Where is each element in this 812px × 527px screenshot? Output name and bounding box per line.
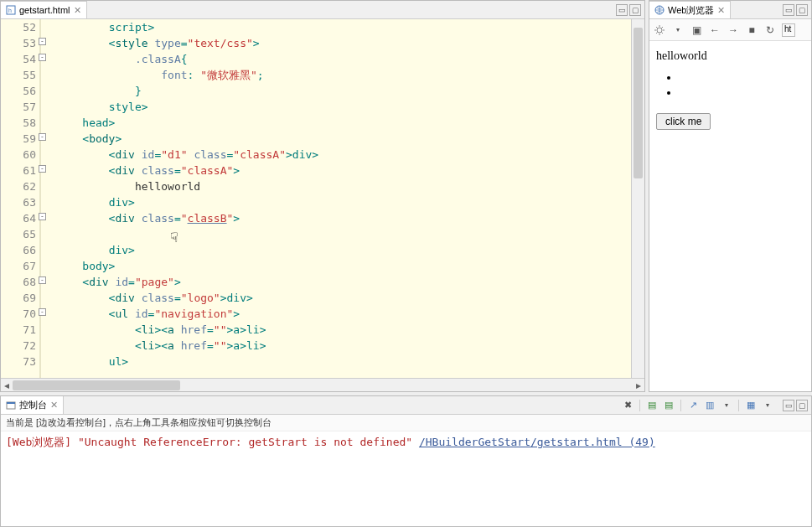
stop-icon[interactable]: ■ [745, 23, 758, 37]
minimize-icon[interactable]: ▭ [616, 4, 628, 16]
maximize-icon[interactable]: ▢ [796, 400, 808, 411]
horizontal-scrollbar[interactable]: ◂ ▸ [1, 378, 644, 391]
console-tab-bar: 控制台 ✕ ✖ ▤ ▤ ↗ ▥ ▾ ▦ ▾ ▭ ▢ [1, 396, 811, 415]
scroll-left-icon[interactable]: ◂ [1, 380, 13, 391]
maximize-icon[interactable]: ▢ [796, 4, 808, 16]
line-number: 60 [1, 147, 36, 163]
line-number: 70- [1, 306, 36, 322]
code-line[interactable]: <li><a href="">a>li> [56, 322, 631, 338]
svg-line-9 [662, 32, 664, 34]
filter-icon[interactable]: ▥ [703, 399, 716, 412]
console-hint: 当前是 [边改边看控制台]，点右上角工具条相应按钮可切换控制台 [1, 415, 811, 431]
close-icon[interactable]: ✕ [74, 5, 81, 16]
close-icon[interactable]: ✕ [50, 400, 58, 411]
console-toolbar: ✖ ▤ ▤ ↗ ▥ ▾ ▦ ▾ ▭ ▢ [621, 396, 811, 414]
code-line[interactable]: <div id="d1" class="classA">div> [56, 147, 631, 163]
click-me-button[interactable]: click me [656, 113, 711, 130]
tool-icon-3[interactable]: ▦ [744, 399, 758, 412]
code-line[interactable]: <div class="classB"> [56, 210, 631, 226]
code-line[interactable]: div> [56, 194, 631, 210]
new-window-icon[interactable]: ▣ [690, 23, 703, 37]
code-line[interactable]: body> [56, 258, 631, 274]
editor-pane: h getstart.html ✕ ▭ ▢ 5253-54-5556575859… [0, 0, 645, 392]
maximize-icon[interactable]: ▢ [629, 4, 641, 16]
browser-toolbar: ▾ ▣ ← → ■ ↻ ht [649, 19, 811, 41]
code-line[interactable]: script> [56, 19, 631, 35]
line-number: 58 [1, 115, 36, 131]
line-number: 53- [1, 35, 36, 51]
code-line[interactable]: font: "微软雅黑"; [56, 67, 631, 83]
code-line[interactable]: <div id="page"> [56, 274, 631, 290]
line-number: 62 [1, 178, 36, 194]
dropdown-icon[interactable]: ▾ [671, 23, 685, 37]
page-list [680, 71, 804, 101]
code-line[interactable]: } [56, 83, 631, 99]
console-tab[interactable]: 控制台 ✕ [1, 396, 64, 414]
svg-rect-13 [7, 402, 15, 404]
vertical-scrollbar[interactable] [631, 19, 644, 378]
html-file-icon: h [6, 5, 16, 15]
dropdown-icon[interactable]: ▾ [720, 399, 733, 412]
console-tab-label: 控制台 [19, 399, 47, 411]
console-body[interactable]: [Web浏览器] "Uncaught ReferenceError: getSt… [1, 431, 811, 526]
editor-body[interactable]: 5253-54-5556575859-6061-626364-65666768-… [1, 19, 644, 378]
list-item [680, 86, 804, 101]
scroll-right-icon[interactable]: ▸ [633, 380, 644, 391]
line-number: 68- [1, 274, 36, 290]
close-icon[interactable]: ✕ [717, 5, 725, 16]
editor-tab-label: getstart.html [19, 5, 70, 15]
browser-tab-label: Web浏览器 [668, 4, 714, 17]
line-number: 52 [1, 19, 36, 35]
line-number: 63 [1, 194, 36, 210]
code-line[interactable]: style> [56, 99, 631, 115]
code-line[interactable]: <ul id="navigation"> [56, 306, 631, 322]
console-link[interactable]: /HBuilderGetStart/getstart.html (49) [419, 436, 655, 448]
browser-tab[interactable]: Web浏览器 ✕ [649, 1, 731, 18]
editor-tab-getstart[interactable]: h getstart.html ✕ [1, 1, 87, 18]
code-line[interactable]: .classA{ [56, 51, 631, 67]
code-line[interactable]: head> [56, 115, 631, 131]
line-number: 66 [1, 242, 36, 258]
code-line[interactable]: <li><a href="">a>li> [56, 338, 631, 354]
line-number: 72 [1, 338, 36, 354]
list-item [680, 71, 804, 86]
code-line[interactable]: ul> [56, 354, 631, 369]
url-input[interactable]: ht [782, 23, 795, 37]
code-line[interactable]: <body> [56, 131, 631, 147]
line-number: 61- [1, 163, 36, 178]
code-line[interactable]: <style type="text/css"> [56, 35, 631, 51]
line-number: 64- [1, 210, 36, 226]
close-console-icon[interactable]: ✖ [621, 399, 634, 412]
tool-icon-2[interactable]: ▤ [662, 399, 675, 412]
line-number: 59- [1, 131, 36, 147]
back-icon[interactable]: ← [708, 23, 721, 37]
line-number: 67 [1, 258, 36, 274]
svg-line-10 [662, 27, 664, 28]
code-line[interactable] [56, 226, 631, 242]
browser-pane: Web浏览器 ✕ ▭ ▢ ▾ ▣ ← → ■ ↻ ht helloworld [649, 0, 812, 392]
console-icon [6, 400, 16, 411]
code-area[interactable]: script> <style type="text/css"> .classA{… [41, 19, 631, 378]
editor-window-controls: ▭ ▢ [616, 1, 644, 18]
browser-content: helloworld click me [649, 41, 811, 138]
page-text: helloworld [656, 49, 804, 63]
line-number: 71 [1, 322, 36, 338]
browser-window-controls: ▭ ▢ [783, 1, 811, 18]
line-number: 69 [1, 290, 36, 306]
minimize-icon[interactable]: ▭ [783, 4, 794, 16]
gear-icon[interactable] [653, 23, 666, 37]
export-icon[interactable]: ↗ [686, 399, 700, 412]
code-line[interactable]: <div class="logo">div> [56, 290, 631, 306]
console-message-text: "Uncaught ReferenceError: getStrart is n… [78, 436, 412, 448]
tool-icon-1[interactable]: ▤ [645, 399, 659, 412]
code-line[interactable]: div> [56, 242, 631, 258]
minimize-icon[interactable]: ▭ [783, 400, 794, 411]
svg-text:h: h [8, 8, 12, 13]
code-line[interactable]: <div class="classA"> [56, 163, 631, 178]
refresh-icon[interactable]: ↻ [763, 23, 777, 37]
console-source: [Web浏览器] [6, 436, 71, 448]
line-number: 54- [1, 51, 36, 67]
code-line[interactable]: helloworld [56, 178, 631, 194]
forward-icon[interactable]: → [727, 23, 740, 37]
dropdown-icon[interactable]: ▾ [761, 399, 774, 412]
